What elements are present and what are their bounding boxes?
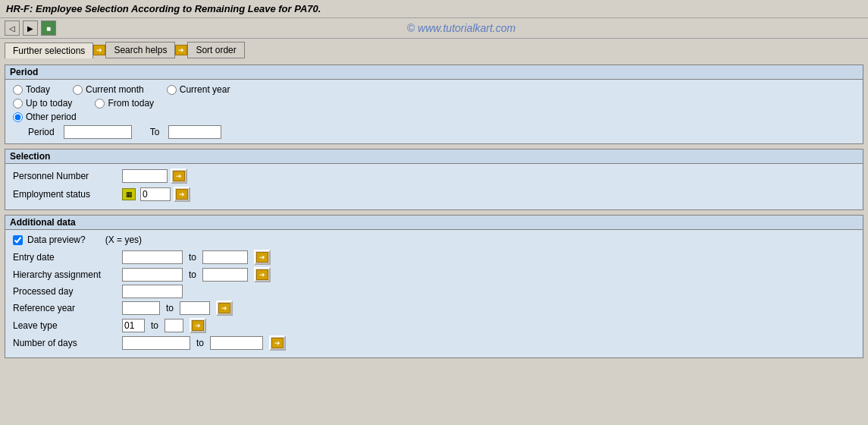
period-row-2: Up to today From today	[13, 98, 855, 109]
leave-type-row: Leave type to ➔	[13, 318, 855, 333]
personnel-number-row: Personnel Number ➔	[13, 168, 855, 184]
radio-up-to-today[interactable]: Up to today	[13, 98, 72, 109]
number-of-days-row: Number of days to ➔	[13, 335, 855, 351]
period-from-input[interactable]	[64, 125, 132, 139]
processed-day-row: Processed day	[13, 285, 855, 298]
entry-date-from[interactable]	[122, 250, 183, 264]
toolbar-save-btn[interactable]: ■	[41, 20, 56, 36]
period-row-1: Today Current month Current year	[13, 84, 855, 95]
reference-year-from[interactable]	[122, 301, 160, 315]
tab-arrow-1: ➔	[93, 45, 105, 55]
entry-date-label: Entry date	[13, 252, 119, 263]
processed-day-input[interactable]	[122, 285, 183, 298]
number-of-days-to[interactable]	[210, 336, 263, 350]
reference-year-to-label: to	[166, 303, 174, 313]
hierarchy-to[interactable]	[202, 268, 248, 282]
data-preview-hint: (X = yes)	[105, 235, 142, 245]
leave-type-from[interactable]	[122, 319, 145, 332]
additional-section-header: Additional data	[5, 216, 863, 230]
reference-year-to[interactable]	[180, 301, 210, 315]
number-of-days-from[interactable]	[122, 336, 190, 350]
number-of-days-arrow-btn[interactable]: ➔	[269, 335, 286, 351]
radio-other-period[interactable]: Other period	[13, 112, 77, 122]
leave-type-arrow-btn[interactable]: ➔	[190, 318, 206, 333]
main-content: Period Today Current month Current year	[0, 61, 868, 366]
reference-year-label: Reference year	[13, 303, 119, 313]
tabs-bar: Further selections ➔ Search helps ➔ Sort…	[0, 39, 868, 61]
period-to-input[interactable]	[168, 125, 221, 139]
additional-section-body: Data preview? (X = yes) Entry date to ➔ …	[5, 230, 863, 357]
hierarchy-from[interactable]	[122, 268, 183, 282]
period-row-3: Other period	[13, 112, 855, 122]
toolbar-fwd-btn[interactable]: ▶	[23, 20, 38, 36]
leave-type-to[interactable]	[165, 319, 183, 332]
data-preview-label: Data preview?	[27, 235, 86, 245]
period-to-label: To	[150, 127, 160, 137]
toolbar-back-btn[interactable]: ◁	[5, 20, 20, 36]
tab-further-selections[interactable]: Further selections	[5, 42, 93, 58]
hierarchy-row: Hierarchy assignment to ➔	[13, 267, 855, 282]
processed-day-label: Processed day	[13, 286, 119, 297]
personnel-number-label: Personnel Number	[13, 171, 119, 181]
radio-current-year[interactable]: Current year	[167, 84, 230, 95]
employment-status-arrow-btn[interactable]: ➔	[174, 187, 190, 202]
reference-year-arrow-btn[interactable]: ➔	[216, 301, 233, 316]
watermark: © www.tutorialkart.com	[59, 22, 863, 34]
period-label: Period	[28, 127, 55, 137]
period-section: Period Today Current month Current year	[5, 65, 863, 144]
tab-arrow-2: ➔	[175, 45, 187, 55]
entry-date-to-label: to	[189, 252, 196, 263]
number-of-days-label: Number of days	[13, 338, 119, 348]
entry-date-to[interactable]	[202, 250, 248, 264]
leave-type-to-label: to	[151, 320, 158, 331]
additional-section: Additional data Data preview? (X = yes) …	[5, 215, 863, 358]
period-input-row: Period To	[13, 125, 855, 139]
selection-section-header: Selection	[5, 150, 863, 164]
personnel-number-arrow-btn[interactable]: ➔	[171, 168, 187, 184]
reference-year-row: Reference year to ➔	[13, 301, 855, 316]
personnel-number-input[interactable]	[122, 169, 168, 183]
period-section-body: Today Current month Current year Up to t…	[5, 80, 863, 143]
hierarchy-label: Hierarchy assignment	[13, 269, 119, 280]
radio-from-today[interactable]: From today	[95, 98, 154, 109]
employment-status-row: Employment status ▦ ➔	[13, 187, 855, 202]
entry-date-row: Entry date to ➔	[13, 250, 855, 265]
radio-current-month[interactable]: Current month	[73, 84, 144, 95]
leave-type-label: Leave type	[13, 320, 119, 331]
data-preview-row: Data preview? (X = yes)	[13, 235, 855, 245]
hierarchy-arrow-btn[interactable]: ➔	[254, 267, 271, 282]
number-of-days-to-label: to	[196, 338, 204, 348]
employment-status-label: Employment status	[13, 189, 119, 200]
title-bar: HR-F: Employee Selection According to Re…	[0, 0, 868, 18]
selection-section: Selection Personnel Number ➔ Employment …	[5, 149, 863, 210]
tab-sort-order[interactable]: Sort order	[187, 42, 244, 58]
entry-date-arrow-btn[interactable]: ➔	[254, 250, 271, 265]
period-section-header: Period	[5, 65, 863, 80]
data-preview-checkbox[interactable]	[13, 235, 23, 245]
selection-section-body: Personnel Number ➔ Employment status ▦ ➔	[5, 164, 863, 209]
toolbar: ◁ ▶ ■ © www.tutorialkart.com	[0, 18, 868, 39]
radio-today[interactable]: Today	[13, 84, 50, 95]
tab-search-helps[interactable]: Search helps	[105, 42, 175, 58]
employment-status-input[interactable]	[140, 187, 171, 201]
hierarchy-to-label: to	[189, 269, 196, 280]
employment-status-icon[interactable]: ▦	[122, 188, 136, 200]
